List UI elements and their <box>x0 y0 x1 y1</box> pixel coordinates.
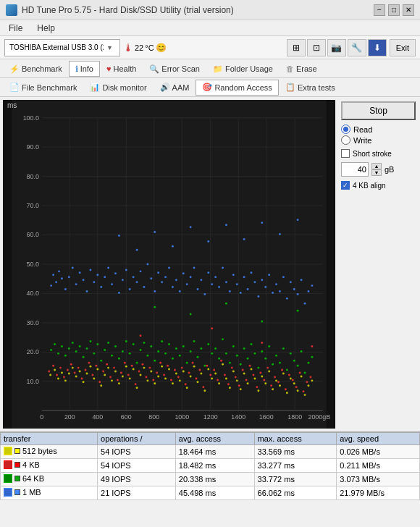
window-controls: − □ ✕ <box>374 4 414 16</box>
legend-color-box[interactable] <box>4 460 12 469</box>
menu-file[interactable]: File <box>6 22 25 34</box>
nav-row-1: ⚡ Benchmark ℹ Info ♥ Health 🔍 Error Scan… <box>0 59 420 78</box>
svg-point-182 <box>243 347 245 350</box>
tab-info[interactable]: ℹ Info <box>69 61 100 77</box>
svg-point-336 <box>232 371 235 373</box>
svg-point-103 <box>264 286 266 288</box>
write-radio[interactable]: Write <box>341 135 416 145</box>
tab-aam[interactable]: 🔊 AAM <box>154 80 196 96</box>
svg-point-198 <box>301 350 303 353</box>
tab-file-benchmark[interactable]: 📄 File Benchmark <box>3 80 83 96</box>
tab-error-scan[interactable]: 🔍 Error Scan <box>143 61 206 77</box>
svg-point-263 <box>249 365 251 367</box>
svg-point-191 <box>275 355 277 357</box>
col-max-access: max. access <box>254 433 337 445</box>
svg-point-288 <box>61 372 63 374</box>
svg-point-291 <box>72 367 74 369</box>
svg-text:30.0: 30.0 <box>27 319 39 326</box>
svg-point-44 <box>55 281 57 283</box>
svg-point-100 <box>253 281 256 283</box>
minimize-button[interactable]: − <box>374 4 385 16</box>
svg-point-321 <box>179 379 181 381</box>
svg-point-161 <box>168 343 170 345</box>
svg-point-340 <box>247 382 249 384</box>
svg-point-73 <box>157 271 159 274</box>
icon-btn-4[interactable]: 🔧 <box>348 39 366 56</box>
col-ops: operations / <box>98 433 176 445</box>
legend-color-box[interactable] <box>4 447 12 455</box>
svg-point-350 <box>282 373 285 375</box>
svg-point-107 <box>279 290 281 292</box>
icon-btn-2[interactable]: ⊡ <box>307 39 326 56</box>
svg-point-226 <box>117 379 119 381</box>
svg-point-241 <box>170 379 172 381</box>
svg-point-89 <box>214 276 217 278</box>
icon-btn-3[interactable]: 📷 <box>327 39 346 56</box>
svg-point-67 <box>136 281 138 283</box>
gb-input[interactable] <box>341 162 369 177</box>
svg-point-47 <box>64 288 67 290</box>
exit-button[interactable]: Exit <box>390 39 416 56</box>
read-radio[interactable]: Read <box>341 125 416 134</box>
svg-point-282 <box>211 327 213 329</box>
right-panel: Stop Read Write Short stroke ▲ ▼ <box>337 97 420 431</box>
svg-point-154 <box>143 342 145 344</box>
legend-table: transfer operations / avg. access max. a… <box>0 432 420 500</box>
svg-point-75 <box>164 276 167 278</box>
svg-point-56 <box>96 274 98 276</box>
stop-button[interactable]: Stop <box>341 101 416 120</box>
svg-point-225 <box>113 367 115 369</box>
svg-point-51 <box>79 271 81 274</box>
svg-point-192 <box>279 362 281 364</box>
svg-point-301 <box>107 367 109 369</box>
tab-extra-tests[interactable]: 📋 Extra tests <box>279 80 342 96</box>
icon-btn-5[interactable]: ⬇ <box>368 39 387 56</box>
svg-point-246 <box>188 372 190 374</box>
tab-erase[interactable]: 🗑 Erase <box>280 61 324 77</box>
error-scan-icon: 🔍 <box>149 64 159 74</box>
tab-disk-monitor[interactable]: 📊 Disk monitor <box>83 80 153 96</box>
svg-point-294 <box>83 381 85 383</box>
tab-folder-usage[interactable]: 📁 Folder Usage <box>206 61 280 77</box>
svg-point-243 <box>177 376 180 378</box>
svg-point-45 <box>58 270 60 272</box>
close-button[interactable]: ✕ <box>403 4 414 16</box>
svg-point-270 <box>274 376 276 378</box>
svg-point-329 <box>207 368 209 371</box>
svg-point-68 <box>140 270 142 272</box>
svg-point-145 <box>111 355 113 357</box>
svg-point-211 <box>63 376 65 378</box>
short-stroke-checkbox[interactable]: Short stroke <box>341 149 416 158</box>
svg-point-149 <box>125 340 127 342</box>
maximize-button[interactable]: □ <box>388 4 400 16</box>
svg-point-265 <box>256 386 258 388</box>
icon-btn-1[interactable]: ⊞ <box>287 39 306 56</box>
legend-color-box[interactable] <box>4 474 12 483</box>
align-checkbox[interactable]: ✓ 4 KB align <box>341 181 416 190</box>
svg-point-174 <box>214 347 217 350</box>
table-row: 1 MB21 IOPS45.498 ms66.062 ms21.979 MB/s <box>1 486 420 500</box>
disk-monitor-icon: 📊 <box>90 83 100 92</box>
svg-point-317 <box>164 377 167 379</box>
svg-point-256 <box>224 374 226 376</box>
svg-point-262 <box>245 379 248 381</box>
tab-benchmark[interactable]: ⚡ Benchmark <box>3 61 69 77</box>
svg-text:600: 600 <box>121 413 132 421</box>
spin-down-button[interactable]: ▼ <box>371 169 382 176</box>
tab-health[interactable]: ♥ Health <box>100 61 143 77</box>
svg-point-63 <box>122 279 124 281</box>
legend-color-box[interactable] <box>4 488 12 497</box>
drive-selector[interactable]: TOSHIBA External USB 3.0 (2000 gB.. ▼ <box>4 39 120 56</box>
svg-point-162 <box>172 358 174 360</box>
svg-point-101 <box>257 295 259 298</box>
svg-point-110 <box>290 281 292 283</box>
svg-point-115 <box>307 290 309 292</box>
spin-up-button[interactable]: ▲ <box>371 163 382 169</box>
menu-help[interactable]: Help <box>34 22 58 34</box>
tab-random-access[interactable]: 🎯 Random Access <box>196 80 278 96</box>
svg-point-349 <box>279 384 281 387</box>
svg-point-87 <box>207 271 209 274</box>
toolbar: TOSHIBA External USB 3.0 (2000 gB.. ▼ 🌡 … <box>0 36 420 59</box>
svg-point-298 <box>96 368 98 371</box>
svg-point-204 <box>261 320 263 322</box>
